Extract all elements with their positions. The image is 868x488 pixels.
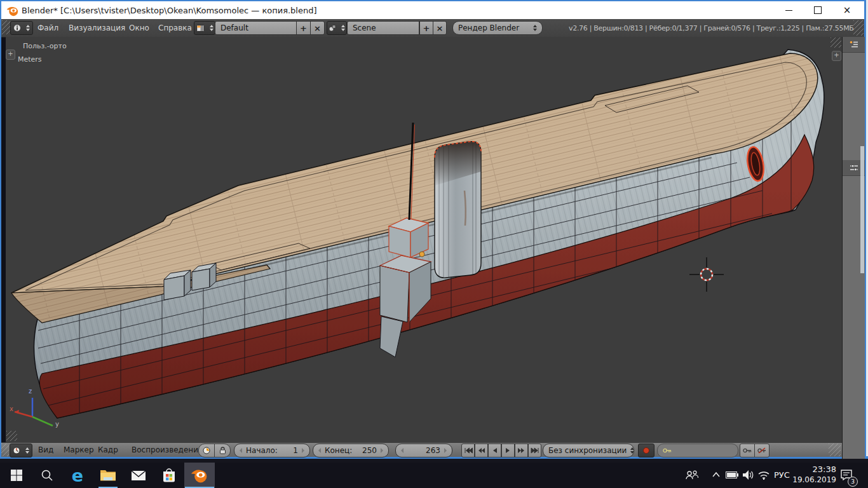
taskbar-blender-button[interactable] [184,463,215,488]
title-bar: Blender* [C:\Users\tvister\Desktop\Okean… [1,1,864,19]
close-button[interactable]: × [832,1,862,19]
add-scene-button[interactable]: + [419,21,433,35]
add-layout-button[interactable]: + [296,21,311,35]
screen-layout-icon-button[interactable] [194,21,215,35]
timeline-menu-marker[interactable]: Маркер [64,445,94,454]
auto-keyframe-record-button[interactable] [638,444,654,458]
header-resize-corner[interactable] [853,20,864,36]
current-frame-field[interactable]: 263 [395,444,452,458]
toolshelf-expand-button[interactable]: + [6,50,15,60]
close-icon: × [843,6,851,15]
start-button[interactable] [1,463,32,488]
increment-arrow-icon[interactable] [381,448,383,453]
battery-icon[interactable] [726,471,738,478]
timeline-header: Вид Маркер Кадр Воспроизведение Начало: … [1,442,842,457]
blender-logo-icon [191,466,208,484]
axis-y-label: y [55,421,59,428]
frame-start-value: 1 [293,446,298,455]
jump-to-start-button[interactable] [461,444,475,458]
editor-type-button-info[interactable] [10,21,33,35]
language-indicator[interactable]: РУС [774,470,790,480]
delete-keyframe-button[interactable] [754,444,770,458]
header-resize-corner[interactable] [2,20,10,34]
frame-end-value: 250 [362,446,377,455]
axis-z-label: z [29,388,32,395]
decrement-arrow-icon[interactable] [401,448,403,453]
screen-layout-field[interactable]: Default [215,21,297,35]
edge-icon: e [72,467,83,484]
notification-badge: 3 [848,477,858,487]
volume-icon[interactable] [742,470,755,480]
close-x-icon: × [437,24,444,33]
minimize-button[interactable] [774,1,803,19]
plus-icon: + [423,24,430,33]
frame-end-field[interactable]: Конец: 250 [313,444,389,458]
key-icon [743,447,752,454]
notification-count: 3 [851,478,855,485]
increment-arrow-icon[interactable] [444,448,447,453]
play-reverse-button[interactable] [488,444,501,458]
lock-icon [219,447,226,454]
av-sync-dropdown[interactable]: Без синхронизации [543,444,634,458]
ship-model[interactable] [6,37,842,442]
wifi-icon[interactable] [757,470,770,480]
play-button[interactable] [501,444,515,458]
scene-field[interactable]: Scene [347,21,419,35]
plus-icon: + [300,24,307,33]
screen-layout-value: Default [220,24,248,32]
outliner-header[interactable] [843,37,865,53]
render-engine-value: Рендер Blender [458,24,529,32]
scene-icon-button[interactable] [327,21,347,35]
delete-layout-button[interactable]: × [310,21,325,35]
timeline-menu-playback[interactable]: Воспроизведение [132,445,203,454]
next-keyframe-button[interactable] [515,444,528,458]
previous-keyframe-button[interactable] [475,444,488,458]
taskbar-file-explorer-button[interactable] [93,463,123,488]
insert-keyframe-button[interactable] [740,444,755,458]
windows-taskbar: e [0,463,868,488]
menu-file[interactable]: Файл [37,24,58,32]
increment-arrow-icon[interactable] [302,448,304,453]
tray-time: 23:38 [792,464,836,475]
viewport-resize-corner[interactable] [831,37,841,48]
lock-time-toggle[interactable] [214,444,231,458]
frame-start-label: Начало: [246,446,293,455]
menu-window[interactable]: Окно [129,24,149,32]
clock-icon [13,447,20,454]
tray-date: 19.06.2019 [792,475,836,485]
minimize-icon [785,10,792,11]
decrement-arrow-icon[interactable] [240,448,242,453]
timeline-menu-frame[interactable]: Кадр [98,445,118,454]
properties-region-expand-button[interactable]: + [832,51,841,61]
decrement-arrow-icon[interactable] [318,448,321,453]
tray-clock[interactable]: 23:38 19.06.2019 [792,464,836,485]
outliner-icon [850,41,858,48]
viewport-3d[interactable]: Польз.-орто Meters (263) Полет палуба + … [6,37,842,442]
editor-switch-arrows-icon [25,447,29,454]
taskbar-mail-button[interactable] [123,463,154,488]
maximize-icon [814,6,822,14]
people-icon[interactable] [685,470,699,481]
cursor-3d[interactable] [689,257,724,292]
maximize-button[interactable] [803,1,832,19]
frame-start-field[interactable]: Начало: 1 [234,444,310,458]
timeline-resize-corner[interactable] [1,444,9,456]
timeline-resize-corner[interactable] [829,444,841,456]
jump-to-end-button[interactable] [528,444,541,458]
av-sync-value: Без синхронизации [548,446,627,455]
menu-help[interactable]: Справка [158,24,192,32]
search-button[interactable] [32,463,62,488]
delete-scene-button[interactable]: × [433,21,447,35]
key-icon [663,447,672,454]
keying-set-field[interactable] [657,444,738,458]
tray-expand-chevron-icon[interactable] [712,471,721,478]
scene-icon [329,24,336,32]
scene-statistics: v2.76 | Вершин:0/813 | Рёбер:0/1,377 | Г… [569,24,856,32]
taskbar-store-button[interactable] [154,463,184,488]
menu-render[interactable]: Визуализация [69,24,125,32]
taskbar-edge-button[interactable]: e [62,463,93,488]
preview-range-toggle[interactable] [198,444,215,458]
timeline-menu-view[interactable]: Вид [38,445,53,454]
editor-type-button-timeline[interactable] [10,444,32,458]
render-engine-dropdown[interactable]: Рендер Blender [452,21,543,35]
